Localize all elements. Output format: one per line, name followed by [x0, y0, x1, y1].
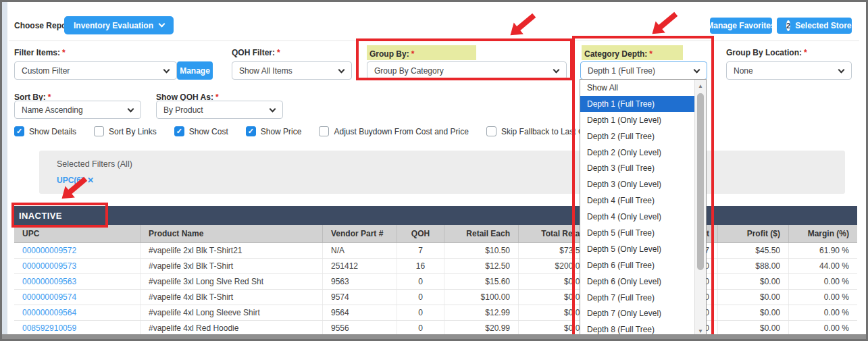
group-by-label: Group By:* — [369, 49, 414, 59]
retail-each-cell: $100.00 — [444, 290, 519, 305]
vendor-part-cell: 9556 — [323, 321, 397, 336]
margin-cell: 0.00 % — [789, 290, 857, 305]
filter-items-select[interactable]: Custom Filter — [14, 61, 177, 80]
checkbox-box[interactable]: ✓ — [14, 126, 24, 136]
qoh-filter-value: Show All Items — [239, 66, 292, 76]
dropdown-option[interactable]: Depth 4 (Only Level) — [580, 209, 694, 225]
checkbox-label: Show Price — [261, 127, 302, 136]
chevron-down-icon — [270, 106, 276, 113]
col-margin[interactable]: Margin (%) — [789, 225, 857, 242]
checkbox-label: Adjust Buydown From Cost and Price — [334, 127, 468, 136]
qoh-cell: 0 — [397, 321, 444, 336]
required-asterisk: * — [62, 48, 66, 57]
category-depth-value: Depth 1 (Full Tree) — [588, 66, 655, 76]
qoh-cell: 0 — [397, 305, 444, 320]
group-by-value: Group By Category — [374, 66, 444, 76]
profit-cell: $0.00 — [718, 274, 789, 289]
filter-tag-upc[interactable]: UPC(6) ✕ — [57, 176, 94, 185]
dropdown-option[interactable]: Depth 3 (Only Level) — [580, 176, 694, 192]
checkbox-box[interactable]: ✓ — [246, 126, 256, 136]
profit-cell: $45.50 — [718, 243, 789, 258]
table-row: 000000009574 #vapelife 4xl Blk T-Shirt 9… — [14, 290, 857, 305]
report-select-button[interactable]: Inventory Evaluation — [64, 16, 174, 34]
chevron-down-icon — [338, 67, 345, 74]
table-row: 000000009563 #vapelife 3xl Long Slve Red… — [14, 274, 857, 290]
dropdown-option-selected[interactable]: Depth 1 (Full Tree) — [580, 96, 694, 112]
app-window: Choose Report Inventory Evaluation Manag… — [0, 0, 868, 341]
retail-each-cell: $15.60 — [444, 274, 519, 289]
product-name-cell: #vapelife 4xl Red Hoodie — [141, 321, 323, 336]
sort-by-select[interactable]: Name Ascending — [14, 101, 141, 119]
checkbox-box[interactable]: ✓ — [319, 126, 329, 136]
dropdown-option[interactable]: Depth 5 (Full Tree) — [580, 225, 694, 241]
retail-each-cell: $12.50 — [444, 259, 519, 273]
checkbox-show-cost[interactable]: ✓ Show Cost — [174, 126, 228, 136]
group-by-select[interactable]: Group By Category — [367, 61, 567, 80]
chevron-down-icon — [694, 67, 700, 74]
product-name-cell: #vapelife 4xl Long Sleeve Shirt — [141, 305, 323, 320]
checkbox-box[interactable]: ✓ — [94, 126, 104, 136]
dropdown-scrollbar[interactable]: ▲ ▼ — [694, 80, 706, 337]
dropdown-option[interactable]: Depth 1 (Only Level) — [580, 112, 694, 128]
check-icon: ✓ — [248, 128, 254, 135]
product-name-cell: #vapelife 2xl Blk T-Shirt21 — [141, 243, 323, 258]
upc-link[interactable]: 000000009563 — [22, 277, 76, 286]
group-by-location-select[interactable]: None — [726, 61, 852, 80]
scrollbar-thumb[interactable] — [697, 93, 704, 270]
show-qoh-as-select[interactable]: By Product — [156, 101, 283, 119]
margin-cell: 0.00 % — [789, 321, 857, 336]
col-qoh[interactable]: QOH — [397, 225, 444, 242]
upc-link[interactable]: 000000009573 — [22, 261, 76, 271]
col-retail-each[interactable]: Retail Each — [444, 225, 519, 242]
upc-link[interactable]: 000000009574 — [22, 292, 76, 302]
vendor-part-cell: 9563 — [323, 274, 397, 289]
dropdown-option[interactable]: Depth 4 (Full Tree) — [580, 192, 694, 209]
window-bottom-border — [2, 334, 866, 339]
dropdown-option[interactable]: Depth 7 (Only Level) — [580, 305, 694, 321]
category-depth-label-highlight: Category Depth:* — [582, 45, 683, 60]
col-upc[interactable]: UPC — [14, 225, 141, 242]
col-vendor-part[interactable]: Vendor Part # — [323, 225, 397, 242]
col-profit[interactable]: Profit ($) — [718, 225, 789, 242]
sort-by-value: Name Ascending — [22, 105, 83, 115]
checkbox-show-details[interactable]: ✓ Show Details — [14, 126, 76, 136]
check-icon: ✓ — [16, 128, 22, 135]
dropdown-option[interactable]: Depth 3 (Full Tree) — [580, 160, 694, 176]
upc-link[interactable]: 000000009564 — [22, 308, 76, 317]
manage-filter-button[interactable]: Manage — [177, 61, 213, 80]
checkbox-sort-by-links[interactable]: ✓ Sort By Links — [94, 126, 157, 136]
col-product-name[interactable]: Product Name — [141, 225, 323, 242]
qoh-filter-select[interactable]: Show All Items — [232, 61, 352, 80]
profit-cell: $0.00 — [718, 321, 789, 336]
checkbox-box[interactable]: ✓ — [174, 126, 184, 136]
filter-items-label: Filter Items:* — [14, 48, 66, 57]
close-icon[interactable]: ✕ — [87, 176, 94, 185]
dropdown-option[interactable]: Depth 2 (Only Level) — [580, 145, 694, 161]
category-depth-label: Category Depth:* — [584, 49, 653, 59]
dropdown-option[interactable]: Depth 6 (Only Level) — [580, 273, 694, 290]
dropdown-option[interactable]: Depth 6 (Full Tree) — [580, 257, 694, 273]
dropdown-option[interactable]: Show All — [580, 80, 694, 96]
window-left-margin — [2, 2, 7, 339]
selected-stores-button[interactable]: 2 Selected Stores — [777, 18, 852, 34]
checkbox-box[interactable]: ✓ — [486, 126, 496, 136]
product-name-cell: #vapelife 3xl Long Slve Red Sht — [141, 274, 323, 289]
vendor-part-cell: 9574 — [323, 290, 397, 305]
upc-link[interactable]: 000000009572 — [22, 246, 76, 255]
dropdown-option[interactable]: Depth 7 (Full Tree) — [580, 290, 694, 306]
annotation-arrow-category-depth — [650, 9, 681, 37]
checkbox-skip-fallback[interactable]: ✓ Skip Fallback to Last Cost — [486, 126, 595, 136]
dropdown-option[interactable]: Depth 2 (Full Tree) — [580, 128, 694, 145]
scroll-up-icon[interactable]: ▲ — [695, 81, 706, 90]
checkbox-adjust-buydown[interactable]: ✓ Adjust Buydown From Cost and Price — [319, 126, 468, 136]
checkbox-show-price[interactable]: ✓ Show Price — [246, 126, 302, 136]
dropdown-option[interactable]: Depth 5 (Only Level) — [580, 241, 694, 257]
category-depth-select[interactable]: Depth 1 (Full Tree) — [580, 61, 707, 80]
required-asterisk: * — [804, 48, 807, 57]
retail-each-cell: $12.99 — [444, 305, 519, 320]
manage-favorites-button[interactable]: Manage Favorites — [710, 18, 772, 34]
annotation-arrow-group-by — [508, 10, 539, 38]
required-asterisk: * — [649, 49, 653, 59]
group-by-location-label: Group By Location:* — [726, 48, 807, 57]
upc-link[interactable]: 008592910059 — [22, 323, 76, 333]
